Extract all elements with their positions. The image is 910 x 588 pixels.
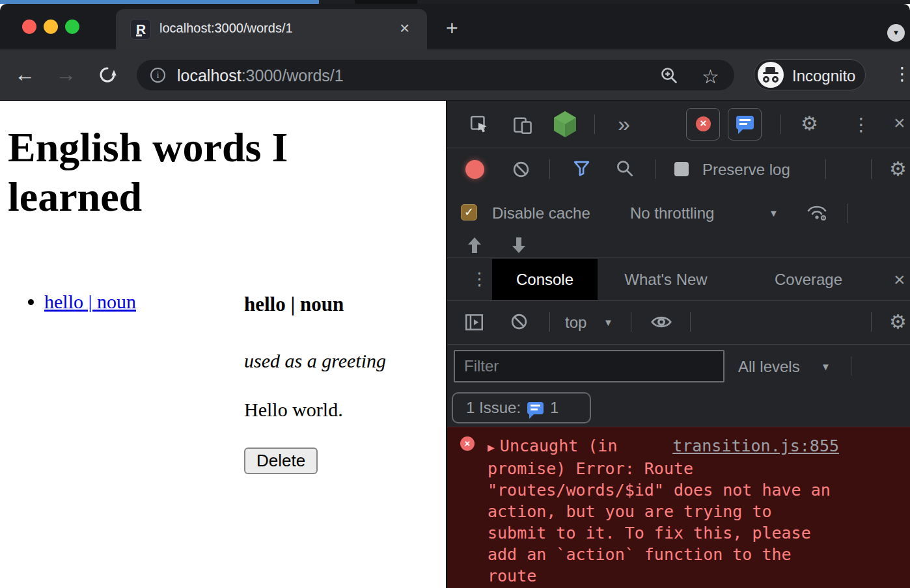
browser-window: R localhost:3000/words/1 × + ▼ ← → i loc… xyxy=(0,0,910,588)
context-dropdown[interactable]: top xyxy=(565,314,586,332)
error-icon: × xyxy=(460,436,475,451)
tab-search-button[interactable]: ▼ xyxy=(887,24,905,42)
error-text: Uncaught (in promise) Error: Route "rout… xyxy=(488,436,831,585)
issues-counter-button[interactable]: 1 Issue: 1 xyxy=(452,392,591,423)
error-count-icon: × xyxy=(696,116,711,131)
record-network-icon[interactable] xyxy=(465,160,484,179)
network-settings-icon[interactable]: ⚙ xyxy=(889,159,907,179)
word-definition: used as a greeting xyxy=(244,350,386,372)
word-detail-title: hello | noun xyxy=(244,293,344,316)
console-sidebar-icon[interactable] xyxy=(465,313,484,332)
zoom-icon[interactable] xyxy=(660,66,678,85)
preserve-log-label: Preserve log xyxy=(702,161,790,179)
tab-console[interactable]: Console xyxy=(492,259,598,300)
live-expression-icon[interactable] xyxy=(650,314,672,330)
disable-cache-checkbox[interactable]: ✓ xyxy=(461,204,477,220)
list-item: hello | noun xyxy=(44,291,136,313)
remix-favicon-icon: R xyxy=(130,19,151,40)
message-icon xyxy=(736,116,754,129)
url-host: localhost xyxy=(177,66,241,85)
tab-coverage[interactable]: Coverage xyxy=(767,259,849,300)
drawer-close-icon[interactable]: × xyxy=(894,269,905,291)
tab-bar: R localhost:3000/words/1 × + ▼ xyxy=(0,4,910,49)
drawer-menu-icon[interactable]: ⋮ xyxy=(471,269,488,289)
clear-network-icon[interactable] xyxy=(512,161,530,178)
up-arrow-icon[interactable] xyxy=(467,234,482,256)
disable-cache-label: Disable cache xyxy=(492,204,590,222)
forward-button[interactable]: → xyxy=(55,64,76,85)
address-bar[interactable]: i localhost:3000/words/1 ☆ xyxy=(137,60,734,90)
nodejs-icon[interactable] xyxy=(552,110,578,139)
url-path: :3000/words/1 xyxy=(241,66,344,85)
context-caret-icon[interactable]: ▼ xyxy=(603,317,613,328)
site-info-icon[interactable]: i xyxy=(150,68,165,83)
incognito-badge: Incognito xyxy=(754,59,866,90)
issue-message-icon xyxy=(527,402,544,414)
console-filter-input[interactable] xyxy=(454,350,724,382)
devtools-close-icon[interactable]: × xyxy=(894,112,905,134)
tab-close-icon[interactable]: × xyxy=(400,20,409,36)
throttling-caret-icon[interactable]: ▼ xyxy=(769,207,779,219)
browser-tab[interactable]: R localhost:3000/words/1 × xyxy=(116,9,427,49)
new-tab-button[interactable]: + xyxy=(446,20,458,36)
device-toolbar-icon[interactable] xyxy=(512,114,533,135)
back-button[interactable]: ← xyxy=(14,64,35,85)
down-arrow-icon[interactable] xyxy=(512,234,526,256)
reload-button[interactable] xyxy=(98,65,117,85)
devtools-menu-icon[interactable]: ⋮ xyxy=(852,114,870,135)
word-example: Hello world. xyxy=(244,399,343,421)
preserve-log-checkbox[interactable] xyxy=(674,162,689,176)
macos-fullscreen-button[interactable] xyxy=(65,20,79,34)
word-list: hello | noun xyxy=(17,291,136,313)
devtools-panel: » × ⚙ ⋮ × Preserve log xyxy=(446,101,910,588)
tab-title: localhost:3000/words/1 xyxy=(159,21,293,36)
delete-button[interactable]: Delete xyxy=(244,448,318,474)
console-error-message: × transition.js:855▶Uncaught (in promise… xyxy=(447,427,910,588)
log-levels-caret-icon[interactable]: ▼ xyxy=(821,361,831,372)
more-panels-icon[interactable]: » xyxy=(618,111,630,137)
browser-menu-icon[interactable]: ⋮ xyxy=(893,65,910,83)
console-settings-icon[interactable]: ⚙ xyxy=(889,312,907,332)
issues-bubble-button[interactable] xyxy=(728,108,762,140)
macos-close-button[interactable] xyxy=(22,20,36,34)
network-conditions-icon[interactable] xyxy=(805,202,829,222)
word-link[interactable]: hello | noun xyxy=(44,291,136,312)
page-title: English words I learned xyxy=(8,123,359,222)
devtools-settings-icon[interactable]: ⚙ xyxy=(801,114,818,133)
issues-label: 1 Issue: xyxy=(466,399,521,417)
inspect-element-icon[interactable] xyxy=(469,114,489,134)
page-content: English words I learned hello | noun hel… xyxy=(0,101,446,588)
error-source-link[interactable]: transition.js:855 xyxy=(672,435,839,457)
bookmark-star-icon[interactable]: ☆ xyxy=(702,65,719,88)
tab-whats-new[interactable]: What's New xyxy=(614,259,718,300)
incognito-label: Incognito xyxy=(792,67,855,85)
macos-minimize-button[interactable] xyxy=(44,20,58,34)
incognito-icon xyxy=(758,62,784,88)
throttling-dropdown[interactable]: No throttling xyxy=(630,204,714,222)
clear-console-icon[interactable] xyxy=(510,313,528,330)
issues-count: 1 xyxy=(550,399,558,417)
filter-funnel-icon[interactable] xyxy=(573,159,590,177)
error-badge-button[interactable]: × xyxy=(686,108,720,140)
search-network-icon[interactable] xyxy=(616,159,633,177)
url-text: localhost:3000/words/1 xyxy=(177,66,344,85)
expand-caret-icon[interactable]: ▶ xyxy=(488,440,495,454)
log-levels-dropdown[interactable]: All levels xyxy=(738,358,800,376)
browser-toolbar: ← → i localhost:3000/words/1 ☆ In xyxy=(0,49,910,101)
